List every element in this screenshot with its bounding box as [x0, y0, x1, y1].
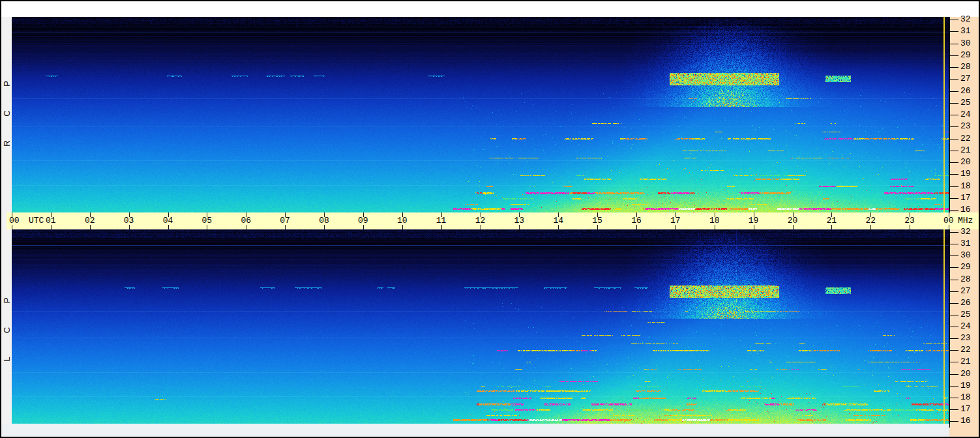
freq-tick [950, 350, 958, 351]
freq-tick [950, 55, 958, 56]
freq-tick [950, 67, 958, 68]
freq-tick-label: 32 [960, 15, 971, 24]
time-tick-label: 20 [782, 216, 804, 226]
freq-tick-label: 30 [960, 251, 971, 260]
freq-tick-label: 28 [960, 63, 971, 72]
time-tick-label: 10 [391, 216, 413, 226]
freq-tick [950, 303, 958, 304]
freq-tick [950, 291, 958, 292]
time-tick-label: 21 [820, 216, 842, 226]
time-axis-unit-utc: UTC [29, 216, 44, 226]
time-tick-label: 00 [943, 216, 954, 226]
freq-tick-label: 19 [960, 381, 971, 390]
time-tick-label: 11 [430, 216, 453, 226]
freq-tick [950, 20, 958, 20]
time-tick-label: 19 [743, 216, 765, 226]
freq-tick [950, 409, 958, 410]
rcp-spectrogram [12, 17, 949, 212]
freq-tick [950, 162, 958, 163]
time-axis-unit-mhz: MHz [958, 216, 973, 226]
time-tick-label: 13 [508, 216, 530, 226]
freq-tick-label: 27 [960, 287, 971, 296]
freq-tick [950, 198, 958, 199]
freq-tick-label: 22 [960, 345, 971, 355]
freq-tick [950, 210, 958, 211]
freq-tick-label: 18 [960, 393, 971, 402]
freq-tick-label: 20 [960, 370, 971, 379]
freq-tick [950, 232, 958, 233]
freq-tick-label: 20 [960, 158, 971, 167]
lcp-spectrogram [12, 229, 949, 424]
freq-tick [950, 374, 958, 375]
freq-tick-label: 24 [960, 322, 971, 331]
freq-tick-label: 30 [960, 39, 971, 48]
freq-tick-label: 31 [960, 27, 971, 36]
freq-tick-label: 28 [960, 275, 971, 284]
freq-tick [950, 244, 958, 244]
time-tick-label: 03 [118, 216, 140, 226]
freq-tick [950, 91, 958, 92]
freq-tick [950, 126, 958, 127]
freq-tick-label: 25 [960, 98, 971, 108]
time-tick-label: 08 [313, 216, 335, 226]
freq-tick-label: 26 [960, 299, 971, 308]
freq-tick [950, 44, 958, 44]
time-tick-label: 17 [664, 216, 687, 226]
bottom-margin [1, 424, 949, 437]
time-tick-label: 12 [469, 216, 492, 226]
time-tick-label: 14 [547, 216, 569, 226]
time-tick-label: 22 [859, 216, 882, 226]
freq-tick-label: 31 [960, 239, 971, 248]
freq-tick [950, 362, 958, 362]
polarization-label-rcp: R C P [2, 75, 12, 147]
freq-tick-label: 32 [960, 227, 971, 237]
freq-tick [950, 386, 958, 387]
freq-tick [950, 151, 958, 151]
freq-tick [950, 186, 958, 187]
freq-tick-label: 16 [960, 416, 971, 426]
freq-tick [950, 174, 958, 175]
freq-tick [950, 115, 958, 115]
freq-tick-label: 25 [960, 310, 971, 319]
freq-tick [950, 31, 958, 32]
freq-tick [950, 103, 958, 104]
freq-tick [950, 421, 958, 422]
freq-tick-label: 17 [960, 405, 971, 414]
freq-tick-label: 27 [960, 74, 971, 83]
freq-tick [950, 267, 958, 268]
freq-tick [950, 338, 958, 339]
time-tick-label: 04 [157, 216, 179, 226]
title-bar: AJ4CO Observatory 02 Nov 2016 - DPS on T… [1, 1, 979, 17]
freq-tick [950, 398, 958, 398]
dps-spectrograph-window: AJ4CO Observatory 02 Nov 2016 - DPS on T… [0, 0, 980, 438]
freq-tick-label: 22 [960, 134, 971, 143]
freq-tick-label: 17 [960, 194, 971, 203]
time-tick-label: 02 [79, 216, 101, 226]
time-tick-label: 15 [586, 216, 608, 226]
freq-tick-label: 23 [960, 334, 971, 343]
freq-tick-label: 29 [960, 51, 971, 60]
time-tick-label: 00 [9, 216, 20, 226]
freq-tick-label: 21 [960, 357, 971, 366]
time-tick-label: 09 [352, 216, 374, 226]
time-tick-label: 16 [625, 216, 647, 226]
freq-tick-label: 19 [960, 169, 971, 179]
freq-tick [950, 280, 958, 280]
freq-tick [950, 315, 958, 315]
time-tick-label: 06 [235, 216, 257, 226]
time-axis-left-gap [1, 212, 7, 229]
freq-tick-label: 18 [960, 182, 971, 191]
freq-tick [950, 139, 958, 139]
freq-tick [950, 327, 958, 327]
freq-tick-label: 16 [960, 205, 971, 214]
freq-tick-label: 26 [960, 87, 971, 96]
time-tick-label: 23 [898, 216, 921, 226]
time-tick-label: 07 [274, 216, 296, 226]
freq-tick-label: 23 [960, 122, 971, 131]
freq-tick-label: 21 [960, 146, 971, 155]
time-tick-label: 18 [704, 216, 726, 226]
freq-tick [950, 79, 958, 80]
freq-tick-label: 29 [960, 263, 971, 272]
time-tick-label: 05 [196, 216, 218, 226]
freq-tick [950, 256, 958, 256]
